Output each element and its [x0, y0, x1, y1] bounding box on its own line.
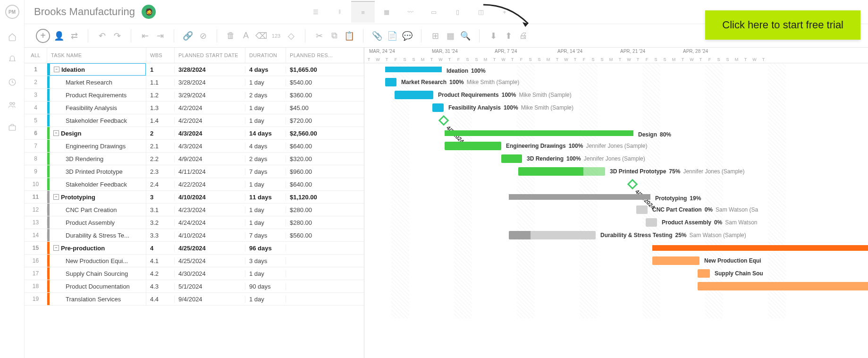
task-name-cell[interactable]: Product Documentation: [47, 280, 146, 292]
number-icon[interactable]: 123: [270, 30, 282, 42]
table-row[interactable]: 18Product Documentation4.35/1/202490 day…: [25, 280, 364, 293]
resource-cell[interactable]: $2,560.00: [286, 130, 364, 137]
task-name-cell[interactable]: CNC Part Creation: [47, 204, 146, 216]
resource-cell[interactable]: $560.00: [286, 232, 364, 239]
collapse-icon[interactable]: −: [53, 130, 59, 136]
columns-icon[interactable]: ⊞: [429, 30, 441, 42]
table-row[interactable]: 6−Design24/3/202414 days$2,560.00: [25, 127, 364, 140]
task-name-cell[interactable]: 3D Rendering: [47, 153, 146, 165]
start-cell[interactable]: 4/25/2024: [175, 245, 245, 252]
gantt-bar[interactable]: Supply Chain Sou: [698, 269, 710, 278]
duration-cell[interactable]: 1 day: [245, 117, 286, 124]
start-cell[interactable]: 9/4/2024: [175, 296, 245, 303]
table-row[interactable]: 93D Printed Prototype2.34/11/20247 days$…: [25, 165, 364, 178]
table-row[interactable]: 13Product Assembly3.24/24/20241 day$280.…: [25, 216, 364, 229]
gantt-bar[interactable]: Durability & Stress Testing 25% Sam Wats…: [509, 231, 596, 239]
gantt-bar[interactable]: Product Assembly 0% Sam Watson: [646, 218, 657, 227]
table-row[interactable]: 11−Prototyping34/10/202411 days$1,120.00: [25, 191, 364, 204]
user-avatar[interactable]: 🧔: [142, 5, 156, 19]
duration-cell[interactable]: 1 day: [245, 79, 286, 86]
start-cell[interactable]: 4/2/2024: [175, 104, 245, 111]
resource-cell[interactable]: $1,665.00: [286, 66, 364, 73]
col-task-name[interactable]: TASK NAME: [47, 48, 146, 63]
duration-cell[interactable]: 90 days: [245, 283, 286, 290]
wbs-cell[interactable]: 4.1: [146, 257, 175, 264]
start-cell[interactable]: 4/30/2024: [175, 270, 245, 277]
free-trial-button[interactable]: Click here to start free trial: [705, 10, 860, 40]
task-name-cell[interactable]: Stakeholder Feedback: [47, 178, 146, 190]
undo-icon[interactable]: ↶: [96, 30, 108, 42]
table-row[interactable]: 17Supply Chain Sourcing4.24/30/20241 day: [25, 267, 364, 280]
zoom-icon[interactable]: 🔍: [459, 30, 472, 42]
resource-cell[interactable]: $45.00: [286, 104, 364, 111]
wbs-cell[interactable]: 4.2: [146, 270, 175, 277]
collapse-icon[interactable]: −: [53, 194, 59, 200]
clock-icon[interactable]: [8, 77, 17, 87]
duration-cell[interactable]: 1 day: [245, 104, 286, 111]
resource-cell[interactable]: $960.00: [286, 168, 364, 175]
start-cell[interactable]: 4/10/2024: [175, 194, 245, 201]
duration-cell[interactable]: 2 days: [245, 155, 286, 162]
table-row[interactable]: 2Market Research1.13/28/20241 day$540.00: [25, 76, 364, 89]
paste-icon[interactable]: 📋: [343, 30, 355, 42]
resource-cell[interactable]: $280.00: [286, 206, 364, 213]
tab-sheet-icon[interactable]: ▦: [375, 1, 398, 23]
duration-cell[interactable]: 1 day: [245, 219, 286, 226]
gantt-bar[interactable]: [698, 282, 868, 290]
task-name-cell[interactable]: New Production Equi...: [47, 255, 146, 267]
start-cell[interactable]: 4/3/2024: [175, 143, 245, 150]
wbs-cell[interactable]: 2.4: [146, 181, 175, 188]
gantt-bar[interactable]: CNC Part Creation 0% Sam Watson (Sa: [636, 205, 648, 214]
copy-icon[interactable]: ⧉: [328, 30, 340, 42]
gantt-bar[interactable]: Design 80%: [445, 130, 633, 136]
note-icon[interactable]: 📄: [386, 30, 398, 42]
task-name-cell[interactable]: 3D Printed Prototype: [47, 165, 146, 178]
team-icon[interactable]: [8, 100, 17, 110]
col-duration[interactable]: DURATION: [245, 48, 286, 63]
tab-file-icon[interactable]: ▯: [446, 1, 469, 23]
col-resources[interactable]: PLANNED RES...: [286, 48, 364, 63]
task-name-cell[interactable]: Product Assembly: [47, 216, 146, 229]
wbs-cell[interactable]: 3.1: [146, 206, 175, 213]
duration-cell[interactable]: 96 days: [245, 245, 286, 252]
wbs-cell[interactable]: 1.1: [146, 79, 175, 86]
table-row[interactable]: 19Translation Services4.49/4/20241 day: [25, 293, 364, 306]
duration-cell[interactable]: 11 days: [245, 194, 286, 201]
collapse-icon[interactable]: −: [53, 245, 59, 251]
duration-cell[interactable]: 1 day: [245, 296, 286, 303]
wbs-cell[interactable]: 4.4: [146, 296, 175, 303]
collapse-icon[interactable]: −: [54, 67, 59, 72]
import-icon[interactable]: ⬇: [487, 30, 499, 42]
duration-cell[interactable]: 2 days: [245, 92, 286, 99]
duration-cell[interactable]: 7 days: [245, 168, 286, 175]
table-row[interactable]: 3Product Requirements1.23/29/20242 days$…: [25, 89, 364, 102]
duration-cell[interactable]: 4 days: [245, 66, 286, 73]
unlink-icon[interactable]: ⊘: [197, 30, 209, 42]
task-name-cell[interactable]: Translation Services: [47, 293, 146, 305]
duration-cell[interactable]: 1 day: [245, 206, 286, 213]
table-row[interactable]: 14Durability & Stress Te...3.34/10/20247…: [25, 229, 364, 242]
wbs-cell[interactable]: 3.2: [146, 219, 175, 226]
cut-icon[interactable]: ✂: [313, 30, 325, 42]
gantt-bar[interactable]: Prototyping 19%: [509, 194, 650, 200]
duration-cell[interactable]: 1 day: [245, 270, 286, 277]
print-icon[interactable]: 🖨: [517, 30, 530, 42]
task-name-cell[interactable]: −Design: [47, 127, 146, 139]
task-name-cell[interactable]: −Pre-production: [47, 242, 146, 254]
start-cell[interactable]: 5/1/2024: [175, 283, 245, 290]
resource-cell[interactable]: $280.00: [286, 219, 364, 226]
col-all[interactable]: ALL: [25, 48, 47, 63]
task-name-cell[interactable]: Product Requirements: [47, 89, 146, 101]
swap-icon[interactable]: ⇄: [68, 30, 80, 42]
start-cell[interactable]: 4/24/2024: [175, 219, 245, 226]
indent-icon[interactable]: ⇥: [154, 30, 166, 42]
export-icon[interactable]: ⬆: [502, 30, 514, 42]
table-row[interactable]: 83D Rendering2.24/9/20242 days$320.00: [25, 153, 364, 165]
link-icon[interactable]: 🔗: [182, 30, 194, 42]
gantt-bar[interactable]: Ideation 100%: [385, 67, 442, 72]
duration-cell[interactable]: 1 day: [245, 181, 286, 188]
tab-chart-icon[interactable]: 〰: [398, 1, 422, 23]
app-logo-icon[interactable]: PM: [5, 5, 19, 19]
wbs-cell[interactable]: 2.3: [146, 168, 175, 175]
wbs-cell[interactable]: 3.3: [146, 232, 175, 239]
